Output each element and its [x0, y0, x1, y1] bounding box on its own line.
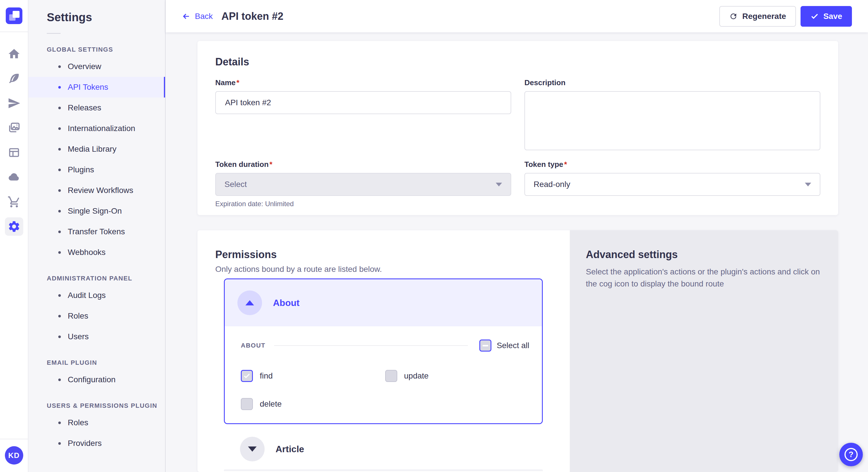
rail-divider [0, 32, 28, 32]
token-type-select[interactable]: Read-only [524, 173, 820, 196]
arrow-left-icon [182, 12, 191, 21]
chevron-down-icon [248, 446, 257, 452]
sidebar-item-api-tokens[interactable]: API Tokens [28, 77, 165, 98]
sidebar-item-review-workflows[interactable]: Review Workflows [28, 180, 165, 201]
chevron-down-icon [496, 183, 502, 187]
about-section-header: ABOUT Select all [241, 339, 529, 351]
page-header: Back API token #2 Regenerate Save [166, 0, 868, 32]
bullet-icon [58, 169, 61, 171]
back-button[interactable]: Back [182, 12, 213, 21]
settings-sidebar-title: Settings [47, 11, 165, 24]
description-input[interactable] [524, 91, 820, 150]
page-body: Details Name* Description Token duration… [166, 32, 868, 472]
page-title: API token #2 [221, 10, 283, 22]
sidebar-item-releases[interactable]: Releases [28, 98, 165, 118]
sidebar-item-email-configuration[interactable]: Configuration [28, 369, 165, 390]
token-duration-select[interactable]: Select [215, 173, 511, 196]
action-find[interactable]: find [241, 370, 385, 382]
save-button[interactable]: Save [801, 6, 852, 27]
settings-title-divider [47, 33, 61, 34]
sidebar-item-webhooks[interactable]: Webhooks [28, 242, 165, 263]
token-duration-value: Select [224, 180, 247, 189]
nav-section-label: GLOBAL SETTINGS [47, 46, 165, 53]
required-asterisk: * [564, 160, 567, 169]
content-type-builder-icon[interactable] [5, 143, 23, 162]
bullet-icon [58, 336, 61, 338]
sidebar-item-up-roles[interactable]: Roles [28, 412, 165, 433]
sidebar-item-admin-roles[interactable]: Roles [28, 306, 165, 326]
bullet-icon [58, 107, 61, 109]
expand-toggle[interactable] [240, 437, 265, 461]
select-all-checkbox[interactable] [479, 339, 491, 351]
accordion-about: About ABOUT Select all [224, 278, 543, 424]
name-label: Name* [215, 78, 511, 87]
sidebar-item-single-sign-on[interactable]: Single Sign-On [28, 201, 165, 222]
select-all-control[interactable]: Select all [479, 339, 529, 351]
home-icon[interactable] [5, 45, 23, 63]
chevron-down-icon [805, 183, 811, 187]
content-manager-feather-icon[interactable] [5, 69, 23, 88]
user-avatar[interactable]: KD [5, 446, 23, 465]
sidebar-item-audit-logs[interactable]: Audit Logs [28, 285, 165, 306]
advanced-settings-panel: Advanced settings Select the application… [570, 230, 838, 472]
bullet-icon [58, 422, 61, 424]
bullet-icon [58, 251, 61, 254]
deploy-cloud-icon[interactable] [5, 168, 23, 187]
advanced-settings-title: Advanced settings [586, 248, 822, 261]
accordion-list-divider [224, 469, 543, 471]
find-checkbox[interactable] [241, 370, 253, 382]
permissions-subtitle: Only actions bound by a route are listed… [215, 265, 570, 274]
delete-checkbox[interactable] [241, 398, 253, 410]
token-duration-field-group: Token duration* Select Expiration date: … [215, 160, 511, 208]
advanced-settings-description: Select the application's actions or the … [586, 266, 822, 290]
nav-section-users-permissions-plugin: USERS & PERMISSIONS PLUGIN Roles Provide… [28, 402, 165, 453]
token-type-label: Token type* [524, 160, 820, 169]
sidebar-item-internationalization[interactable]: Internationalization [28, 118, 165, 139]
bullet-icon [58, 210, 61, 212]
about-section-label: ABOUT [241, 342, 266, 349]
update-checkbox[interactable] [385, 370, 397, 382]
permissions-title: Permissions [215, 248, 570, 261]
settings-sidebar: Settings GLOBAL SETTINGS Overview API To… [28, 0, 166, 472]
settings-gear-icon[interactable] [5, 217, 23, 236]
bullet-icon [58, 315, 61, 317]
nav-section-global-settings: GLOBAL SETTINGS Overview API Tokens Rele… [28, 46, 165, 263]
accordion-article-header[interactable]: Article [224, 437, 543, 461]
sidebar-item-overview[interactable]: Overview [28, 56, 165, 77]
marketplace-cart-icon[interactable] [5, 193, 23, 211]
name-input[interactable] [215, 91, 511, 114]
sidebar-item-transfer-tokens[interactable]: Transfer Tokens [28, 222, 165, 242]
accordion-about-body: ABOUT Select all find [225, 326, 542, 423]
bullet-icon [58, 86, 61, 89]
regenerate-button[interactable]: Regenerate [719, 6, 796, 27]
bullet-icon [58, 442, 61, 445]
section-rule [274, 345, 468, 346]
permissions-panel: Permissions Only actions bound by a rout… [197, 230, 570, 472]
expiration-helper-text: Expiration date: Unlimited [215, 200, 511, 208]
rail-icon-list [5, 38, 23, 236]
select-all-label: Select all [497, 341, 529, 350]
media-library-icon[interactable] [5, 119, 23, 137]
back-label: Back [195, 12, 213, 21]
name-field-group: Name* [215, 78, 511, 114]
action-delete[interactable]: delete [241, 398, 385, 410]
help-button[interactable]: ? [839, 443, 863, 466]
description-label: Description [524, 78, 820, 87]
about-actions-grid: find update delete [241, 370, 529, 410]
sidebar-item-plugins[interactable]: Plugins [28, 160, 165, 180]
action-update[interactable]: update [385, 370, 530, 382]
nav-section-label: EMAIL PLUGIN [47, 359, 165, 367]
release-send-icon[interactable] [5, 94, 23, 112]
indeterminate-dash-icon [483, 345, 488, 346]
chevron-up-icon [245, 300, 254, 305]
collapse-toggle[interactable] [237, 291, 262, 315]
strapi-logo[interactable] [6, 7, 22, 24]
sidebar-item-media-library[interactable]: Media Library [28, 139, 165, 160]
bullet-icon [58, 65, 61, 68]
sidebar-item-up-providers[interactable]: Providers [28, 433, 165, 453]
main-nav-rail: KD [0, 0, 28, 472]
required-asterisk: * [237, 78, 239, 87]
sidebar-item-admin-users[interactable]: Users [28, 326, 165, 347]
main-content: Back API token #2 Regenerate Save Detail… [166, 0, 868, 472]
accordion-about-header[interactable]: About [225, 279, 542, 326]
